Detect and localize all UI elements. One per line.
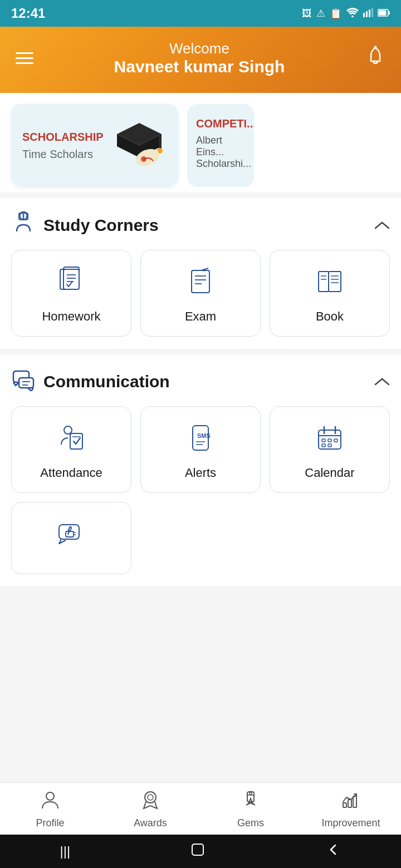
improvement-nav-label: Improvement: [321, 817, 380, 829]
alerts-label: Alerts: [185, 466, 216, 480]
svg-rect-68: [247, 792, 254, 802]
study-corners-section: Study Corners: [0, 198, 401, 349]
svg-point-45: [64, 426, 72, 434]
svg-rect-73: [348, 800, 351, 807]
nav-gems[interactable]: Gems: [217, 790, 284, 829]
warning-icon: ⚠: [316, 7, 325, 19]
nav-awards[interactable]: Awards: [117, 790, 184, 829]
study-corners-title: Study Corners: [43, 216, 159, 235]
header-text: Welcome Navneet kumar Singh: [114, 40, 285, 76]
header: Welcome Navneet kumar Singh: [0, 27, 401, 93]
book-item[interactable]: Book: [270, 250, 390, 337]
svg-rect-75: [192, 844, 203, 855]
communication-icon: [11, 367, 36, 396]
attendance-label: Attendance: [40, 466, 102, 480]
status-icons: 🖼 ⚠ 📋: [302, 7, 390, 20]
scholarship-sub: Time Scholars: [22, 148, 104, 161]
study-icon: [11, 210, 36, 240]
scholarship-label: SCHOLARSHIP: [22, 131, 104, 144]
signal-icon: [363, 7, 373, 20]
communication-chevron: [374, 373, 390, 391]
profile-nav-label: Profile: [36, 817, 64, 829]
android-home-btn[interactable]: [190, 842, 206, 861]
svg-text:SMS: SMS: [197, 432, 211, 439]
gems-nav-label: Gems: [237, 817, 264, 829]
svg-rect-56: [322, 439, 325, 442]
svg-rect-34: [329, 272, 341, 292]
profile-nav-icon: [40, 790, 60, 814]
svg-rect-58: [334, 439, 338, 442]
svg-rect-46: [70, 433, 82, 449]
svg-rect-59: [322, 444, 325, 447]
svg-rect-11: [159, 134, 162, 150]
scholarship-card[interactable]: SCHOLARSHIP Time Scholars: [11, 104, 178, 187]
feedback-item[interactable]: [11, 502, 131, 574]
svg-rect-23: [63, 269, 79, 289]
wifi-icon: [346, 7, 359, 20]
svg-rect-27: [192, 270, 209, 293]
svg-point-71: [250, 792, 252, 795]
communication-title: Communication: [43, 372, 170, 391]
svg-rect-7: [388, 11, 390, 14]
menu-button[interactable]: [16, 52, 33, 64]
svg-rect-42: [19, 378, 33, 388]
android-nav-bar: |||: [0, 835, 401, 868]
alerts-icon: SMS: [185, 422, 216, 458]
alerts-item[interactable]: SMS Alerts: [140, 406, 261, 493]
exam-icon: [185, 266, 216, 302]
svg-point-8: [374, 46, 376, 48]
battery-icon: [378, 8, 390, 19]
book-icon: [314, 266, 345, 302]
gallery-icon: 🖼: [302, 8, 312, 19]
scholarship-image: [111, 117, 167, 174]
svg-rect-6: [379, 10, 387, 15]
book-label: Book: [316, 309, 344, 324]
competition-label: COMPETI...: [196, 117, 245, 130]
attendance-icon: [56, 422, 87, 458]
svg-rect-33: [319, 272, 329, 292]
gems-nav-icon: [241, 790, 261, 814]
svg-rect-62: [66, 531, 74, 537]
welcome-text: Welcome: [114, 40, 285, 57]
nav-profile[interactable]: Profile: [17, 790, 84, 829]
improvement-nav-icon: [341, 790, 361, 814]
exam-item[interactable]: Exam: [140, 250, 261, 337]
calendar-item[interactable]: Calendar: [270, 406, 390, 493]
svg-rect-3: [369, 9, 370, 17]
bell-button[interactable]: [365, 46, 385, 71]
homework-label: Homework: [42, 309, 100, 324]
homework-item[interactable]: Homework: [11, 250, 131, 337]
homework-icon: [56, 266, 87, 302]
feedback-icon: [56, 518, 87, 554]
android-recents-btn[interactable]: |||: [60, 844, 71, 859]
calendar-icon: [314, 422, 345, 458]
user-name: Navneet kumar Singh: [114, 57, 285, 76]
communication-section: Communication: [0, 354, 401, 586]
status-time: 12:41: [11, 6, 45, 21]
android-back-btn[interactable]: [325, 842, 341, 861]
svg-rect-72: [343, 803, 346, 807]
doc-icon: 📋: [330, 7, 342, 19]
svg-point-67: [148, 795, 153, 800]
awards-nav-label: Awards: [134, 817, 167, 829]
svg-rect-1: [363, 13, 365, 17]
attendance-item[interactable]: Attendance: [11, 406, 131, 493]
cards-section: SCHOLARSHIP Time Scholars COMPETI... Alb…: [0, 93, 401, 193]
svg-rect-57: [328, 439, 331, 442]
status-bar: 12:41 🖼 ⚠ 📋: [0, 0, 401, 27]
svg-point-65: [46, 792, 54, 800]
study-corners-header[interactable]: Study Corners: [11, 198, 390, 250]
svg-rect-74: [353, 796, 356, 807]
study-corners-grid: Homework Exam: [11, 250, 390, 349]
svg-rect-4: [371, 8, 373, 17]
svg-point-66: [145, 792, 156, 803]
communication-header[interactable]: Communication: [11, 354, 390, 406]
calendar-label: Calendar: [305, 466, 354, 480]
nav-improvement[interactable]: Improvement: [317, 790, 384, 829]
bottom-nav: Profile Awards Gems: [0, 782, 401, 835]
exam-label: Exam: [185, 309, 216, 324]
competition-card[interactable]: COMPETI... Albert Eins...Scholarshi...: [187, 104, 254, 187]
svg-rect-13: [158, 149, 162, 150]
communication-grid: Attendance SMS Alerts: [11, 406, 390, 586]
study-corners-chevron: [374, 216, 390, 234]
